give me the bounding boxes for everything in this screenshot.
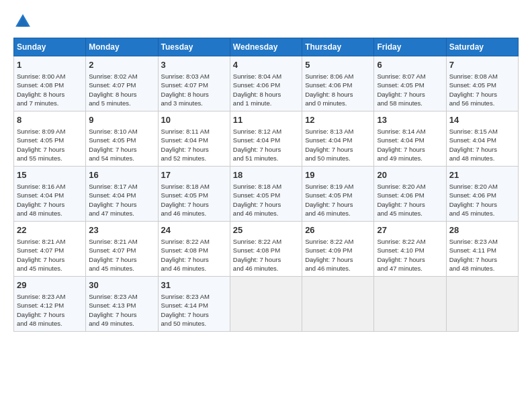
day-number: 15 [17,169,83,181]
day-info-line: Sunset: 4:12 PM [17,301,83,310]
day-number: 1 [17,59,83,71]
day-info-line: Daylight: 8 hours [305,90,371,99]
day-info-line: Sunset: 4:05 PM [377,81,443,89]
day-info-line: Sunrise: 8:23 AM [17,292,83,301]
day-info-line: and 1 minute. [233,99,299,107]
day-info-line: Daylight: 8 hours [233,90,299,99]
day-info-line: Sunset: 4:04 PM [89,191,154,199]
day-info-line: Sunset: 4:04 PM [377,136,443,144]
day-number: 12 [305,114,371,126]
day-info-line: Daylight: 7 hours [17,145,83,154]
day-info-line: Daylight: 7 hours [161,310,227,319]
day-info-line: Sunrise: 8:12 AM [233,127,299,136]
day-info-line: and 47 minutes. [377,264,443,273]
calendar-cell: 30Sunrise: 8:23 AMSunset: 4:13 PMDayligh… [86,277,158,332]
day-info-line: and 55 minutes. [17,154,83,163]
header [13,12,519,31]
day-info-line: Sunrise: 8:15 AM [449,127,515,136]
calendar-cell: 17Sunrise: 8:18 AMSunset: 4:05 PMDayligh… [158,167,230,222]
day-number: 6 [377,59,443,71]
day-number: 27 [377,224,443,236]
calendar-cell: 29Sunrise: 8:23 AMSunset: 4:12 PMDayligh… [14,277,86,332]
day-number: 5 [305,59,371,71]
day-info-line: Daylight: 7 hours [89,145,154,154]
page: SundayMondayTuesdayWednesdayThursdayFrid… [0,0,532,338]
day-info-line: and 45 minutes. [17,264,83,273]
day-number: 21 [449,169,515,181]
day-info-line: Daylight: 7 hours [89,200,154,209]
day-info-line: and 7 minutes. [17,99,83,107]
day-info-line: Sunset: 4:07 PM [89,81,154,89]
day-info-line: Daylight: 7 hours [161,200,227,209]
day-info-line: Sunset: 4:04 PM [161,136,227,144]
day-info-line: and 46 minutes. [233,209,299,218]
day-info-line: Sunset: 4:07 PM [161,81,227,89]
day-info-line: and 46 minutes. [161,209,227,218]
day-info-line: Daylight: 7 hours [449,255,515,264]
calendar-cell: 13Sunrise: 8:14 AMSunset: 4:04 PMDayligh… [374,111,446,167]
day-info-line: Sunrise: 8:02 AM [89,72,154,81]
week-row-3: 15Sunrise: 8:16 AMSunset: 4:04 PMDayligh… [14,167,519,222]
day-number: 2 [89,59,154,71]
day-info-line: and 3 minutes. [161,99,227,107]
day-info-line: Sunrise: 8:09 AM [17,127,83,136]
calendar-cell: 22Sunrise: 8:21 AMSunset: 4:07 PMDayligh… [14,222,86,277]
day-info-line: Sunrise: 8:16 AM [17,182,83,191]
day-header-thursday: Thursday [302,38,374,56]
day-info-line: Sunset: 4:06 PM [377,191,443,199]
day-number: 13 [377,114,443,126]
calendar-cell: 15Sunrise: 8:16 AMSunset: 4:04 PMDayligh… [14,167,86,222]
day-info-line: Sunset: 4:08 PM [233,246,299,255]
day-info-line: Daylight: 7 hours [305,200,371,209]
calendar-cell: 16Sunrise: 8:17 AMSunset: 4:04 PMDayligh… [86,167,158,222]
day-number: 10 [161,114,227,126]
day-header-sunday: Sunday [14,38,86,56]
day-info-line: Sunset: 4:06 PM [233,81,299,89]
calendar-header-row: SundayMondayTuesdayWednesdayThursdayFrid… [14,38,519,56]
day-info-line: and 46 minutes. [305,209,371,218]
day-info-line: Sunset: 4:04 PM [233,136,299,144]
day-info-line: Sunset: 4:14 PM [161,301,227,310]
day-info-line: and 48 minutes. [17,209,83,218]
day-info-line: Daylight: 7 hours [449,90,515,99]
day-info-line: Sunset: 4:06 PM [449,191,515,199]
day-number: 9 [89,114,154,126]
day-info-line: Sunset: 4:06 PM [305,81,371,89]
day-info-line: and 50 minutes. [161,319,227,328]
day-info-line: Daylight: 7 hours [17,255,83,264]
day-number: 26 [305,224,371,236]
calendar-cell: 23Sunrise: 8:21 AMSunset: 4:07 PMDayligh… [86,222,158,277]
day-info-line: and 56 minutes. [449,99,515,107]
day-info-line: Daylight: 7 hours [89,310,154,319]
calendar-cell: 10Sunrise: 8:11 AMSunset: 4:04 PMDayligh… [158,111,230,167]
day-number: 7 [449,59,515,71]
calendar-cell: 20Sunrise: 8:20 AMSunset: 4:06 PMDayligh… [374,167,446,222]
calendar-cell [230,277,302,332]
day-info-line: Daylight: 7 hours [233,200,299,209]
calendar-cell: 7Sunrise: 8:08 AMSunset: 4:05 PMDaylight… [446,56,518,111]
calendar-cell: 26Sunrise: 8:22 AMSunset: 4:09 PMDayligh… [302,222,374,277]
calendar-cell [374,277,446,332]
calendar-cell: 6Sunrise: 8:07 AMSunset: 4:05 PMDaylight… [374,56,446,111]
day-info-line: Sunrise: 8:21 AM [17,237,83,246]
day-info-line: and 46 minutes. [161,264,227,273]
day-info-line: Sunrise: 8:11 AM [161,127,227,136]
day-info-line: and 49 minutes. [377,154,443,163]
day-info-line: Daylight: 7 hours [449,145,515,154]
day-info-line: Sunrise: 8:22 AM [233,237,299,246]
day-info-line: Sunrise: 8:23 AM [449,237,515,246]
day-info-line: Sunset: 4:07 PM [89,246,154,255]
week-row-4: 22Sunrise: 8:21 AMSunset: 4:07 PMDayligh… [14,222,519,277]
logo-icon [13,12,32,31]
day-info-line: and 49 minutes. [89,319,154,328]
day-info-line: and 54 minutes. [89,154,154,163]
calendar-cell: 4Sunrise: 8:04 AMSunset: 4:06 PMDaylight… [230,56,302,111]
day-info-line: Sunset: 4:05 PM [17,136,83,144]
day-info-line: Sunrise: 8:18 AM [233,182,299,191]
calendar-cell: 28Sunrise: 8:23 AMSunset: 4:11 PMDayligh… [446,222,518,277]
day-info-line: Sunset: 4:07 PM [17,246,83,255]
calendar-cell: 3Sunrise: 8:03 AMSunset: 4:07 PMDaylight… [158,56,230,111]
day-info-line: Daylight: 8 hours [17,90,83,99]
day-info-line: and 48 minutes. [449,154,515,163]
day-number: 23 [89,224,154,236]
